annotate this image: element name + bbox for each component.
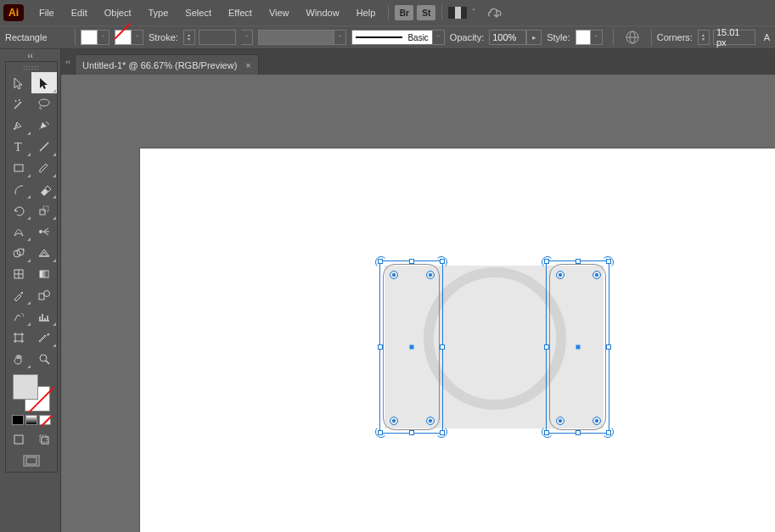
hand-tool[interactable]: [6, 348, 31, 369]
type-tool[interactable]: T: [6, 136, 31, 157]
fill-indicator[interactable]: [13, 374, 38, 400]
panel-grip[interactable]: ::::::: [6, 62, 57, 72]
handle[interactable]: [378, 344, 383, 350]
screen-mode[interactable]: [6, 450, 57, 472]
stroke-weight-stepper[interactable]: ▴▾: [183, 30, 195, 45]
arrange-documents-icon[interactable]: [448, 7, 467, 19]
lasso-tool[interactable]: [31, 93, 57, 115]
selection-tool[interactable]: [6, 72, 31, 93]
handle[interactable]: [576, 259, 581, 264]
handle[interactable]: [409, 430, 414, 435]
brush-line-icon: [356, 36, 403, 38]
width-tool[interactable]: [6, 221, 31, 242]
stroke-dropdown[interactable]: ˇ: [132, 30, 143, 45]
corner-arc: [542, 426, 553, 438]
menu-object[interactable]: Object: [96, 4, 140, 21]
stroke-weight-dropdown[interactable]: ˇ: [241, 30, 253, 45]
menu-file[interactable]: File: [31, 4, 63, 21]
zoom-tool[interactable]: [31, 348, 57, 369]
mesh-tool[interactable]: [6, 263, 31, 284]
symbol-sprayer-tool[interactable]: [6, 305, 31, 327]
arrange-caret[interactable]: ˇ: [472, 8, 475, 18]
draw-behind[interactable]: [31, 428, 57, 450]
color-mode-gradient[interactable]: [25, 415, 37, 425]
artboard-tool[interactable]: [6, 327, 31, 348]
rotate-tool[interactable]: [6, 199, 31, 221]
corner-widget[interactable]: [556, 417, 564, 425]
gpu-preview-icon[interactable]: [487, 6, 506, 20]
artboard[interactable]: [139, 148, 775, 532]
corner-widget[interactable]: [426, 271, 435, 279]
pen-tool[interactable]: [6, 115, 31, 136]
handle[interactable]: [606, 344, 611, 350]
fill-swatch[interactable]: [81, 30, 98, 45]
style-swatch[interactable]: [576, 30, 591, 45]
corner-widget[interactable]: [556, 271, 564, 279]
stock-button[interactable]: St: [417, 5, 435, 20]
stroke-swatch[interactable]: [115, 30, 132, 45]
menu-help[interactable]: Help: [348, 4, 385, 21]
curvature-tool[interactable]: [31, 115, 57, 136]
style-dropdown[interactable]: ˇ: [591, 30, 603, 45]
document-tab[interactable]: Untitled-1* @ 66.67% (RGB/Preview) ×: [75, 54, 259, 75]
shape-builder-tool[interactable]: [6, 242, 31, 263]
scale-tool[interactable]: [31, 199, 57, 221]
selected-rect-right[interactable]: [546, 260, 609, 434]
brush-dropdown[interactable]: ˇ: [433, 30, 445, 45]
menu-type[interactable]: Type: [140, 4, 177, 21]
selected-rect-left[interactable]: [379, 260, 443, 434]
center-point[interactable]: [409, 345, 413, 350]
eyedropper-tool[interactable]: [6, 284, 31, 305]
column-graph-tool[interactable]: [31, 305, 57, 327]
menu-edit[interactable]: Edit: [63, 4, 96, 21]
menu-effect[interactable]: Effect: [220, 4, 261, 21]
direct-selection-tool[interactable]: [31, 72, 57, 93]
free-transform-tool[interactable]: [31, 221, 57, 242]
menu-select[interactable]: Select: [177, 4, 220, 21]
menu-window[interactable]: Window: [298, 4, 348, 21]
vwp-dropdown[interactable]: ˇ: [334, 30, 346, 45]
handle[interactable]: [544, 344, 549, 350]
handle[interactable]: [576, 430, 581, 435]
fill-stroke-indicator[interactable]: [11, 372, 52, 413]
opacity-dropdown[interactable]: ▸: [526, 30, 542, 45]
brush-definition[interactable]: Basic: [351, 30, 433, 45]
rectangle-tool[interactable]: [6, 157, 31, 178]
close-tab-icon[interactable]: ×: [245, 60, 250, 70]
opacity-input[interactable]: 100%: [489, 30, 526, 45]
draw-normal[interactable]: [6, 428, 31, 450]
menu-view[interactable]: View: [261, 4, 298, 21]
corner-widget[interactable]: [390, 417, 398, 425]
corners-input[interactable]: 15.01 px: [713, 30, 755, 45]
perspective-grid-tool[interactable]: [31, 242, 57, 263]
blend-tool[interactable]: [31, 284, 57, 305]
style-label: Style:: [547, 32, 570, 42]
magic-wand-tool[interactable]: [6, 93, 31, 115]
eraser-tool[interactable]: [31, 178, 57, 199]
recolor-artwork-icon[interactable]: [624, 30, 641, 45]
shaper-tool[interactable]: [6, 178, 31, 199]
slice-tool[interactable]: [31, 327, 57, 348]
corner-widget[interactable]: [426, 417, 435, 425]
handle[interactable]: [409, 259, 414, 264]
canvas-area[interactable]: [61, 75, 775, 532]
corner-widget[interactable]: [390, 271, 398, 279]
tab-collapse[interactable]: ‹‹: [61, 49, 75, 75]
color-mode-none[interactable]: [39, 415, 51, 425]
gradient-tool[interactable]: [31, 263, 57, 284]
fill-dropdown[interactable]: ˇ: [98, 30, 110, 45]
artwork-circle[interactable]: [424, 267, 566, 410]
bridge-button[interactable]: Br: [395, 5, 413, 20]
line-segment-tool[interactable]: [31, 136, 57, 157]
center-point[interactable]: [576, 345, 580, 350]
vwp-box[interactable]: [258, 30, 334, 45]
color-mode-color[interactable]: [12, 415, 24, 425]
panel-collapse-toggle[interactable]: ‹‹: [0, 49, 60, 61]
stroke-weight-input[interactable]: [199, 30, 236, 45]
svg-rect-16: [15, 334, 22, 341]
paintbrush-tool[interactable]: [31, 157, 57, 178]
handle[interactable]: [440, 344, 445, 350]
corner-widget[interactable]: [592, 417, 601, 425]
corners-stepper[interactable]: ▴▾: [698, 30, 710, 45]
corner-widget[interactable]: [592, 271, 601, 279]
